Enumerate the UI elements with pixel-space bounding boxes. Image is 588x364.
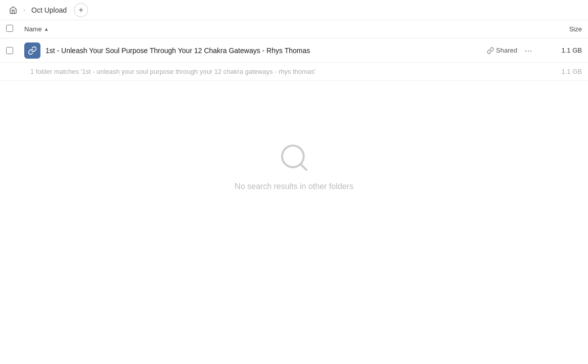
folder-icon (24, 42, 40, 59)
empty-label: No search results in other folders (235, 182, 353, 191)
summary-text: 1 folder matches '1st - unleash your sou… (30, 68, 541, 75)
header-bar: › Oct Upload + (0, 0, 588, 20)
more-button[interactable]: ··· (521, 43, 535, 58)
summary-row: 1 folder matches '1st - unleash your sou… (0, 63, 588, 81)
breadcrumb-label: Oct Upload (28, 4, 70, 16)
empty-search-icon (278, 142, 310, 174)
file-size-value: 1.1 GB (541, 47, 582, 54)
select-all-checkbox[interactable] (6, 25, 13, 32)
add-button[interactable]: + (74, 3, 88, 17)
row-checkbox[interactable] (6, 47, 13, 54)
col-name-header[interactable]: Name ▲ (24, 25, 541, 33)
summary-size: 1.1 GB (541, 68, 582, 75)
breadcrumb-chevron: › (23, 7, 25, 14)
file-name-label: 1st - Unleash Your Soul Purpose Through … (46, 47, 487, 55)
more-icon: ··· (524, 46, 532, 55)
link-icon (28, 46, 37, 55)
row-checkbox-col (6, 47, 24, 54)
svg-line-1 (300, 164, 306, 170)
file-row[interactable]: 1st - Unleash Your Soul Purpose Through … (0, 38, 588, 63)
shared-badge: Shared (487, 47, 517, 54)
sort-arrow-icon: ▲ (44, 26, 49, 32)
table-header: Name ▲ Size (0, 20, 588, 38)
col-name-label: Name (24, 25, 42, 33)
empty-state: No search results in other folders (0, 81, 588, 191)
row-actions: Shared ··· (487, 43, 535, 58)
shared-label: Shared (496, 47, 517, 54)
home-button[interactable] (6, 3, 20, 17)
shared-link-icon (487, 47, 494, 54)
col-size-header: Size (541, 25, 582, 33)
header-checkbox-col (6, 25, 24, 33)
